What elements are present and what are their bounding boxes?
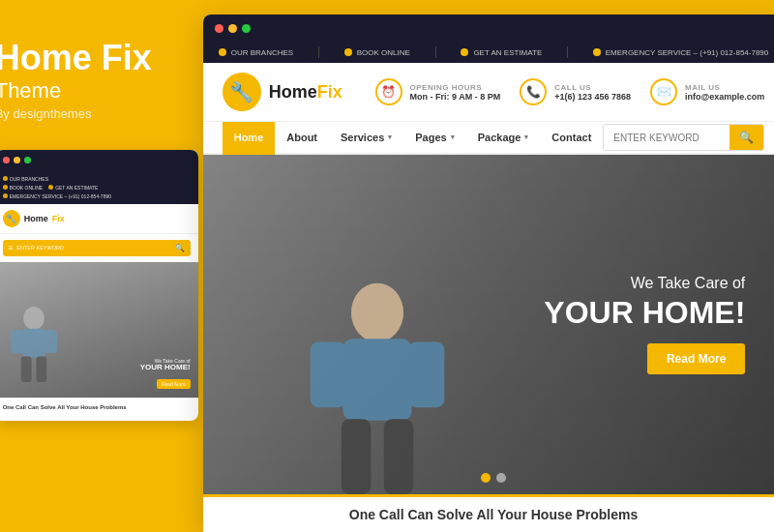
svg-point-6 [351,283,403,342]
hero-big-text: YOUR HOME! [544,296,745,330]
chevron-services: ▾ [388,133,392,141]
nav-contact[interactable]: Contact [540,122,603,155]
topbar-book: BOOK ONLINE [344,48,410,57]
site-hero: We Take Care of YOUR HOME! Read More [203,155,774,494]
logo-home: Home [269,82,317,102]
hero-read-more-button[interactable]: Read More [647,343,745,374]
mini-logo: 🔧 HomeFix [3,210,65,227]
phone-icon: 📞 [520,78,547,105]
hours-value: Mon - Fri: 9 AM - 8 PM [410,92,501,102]
topbar-separator-3 [567,46,568,58]
search-input[interactable] [604,127,729,149]
mini-topbar-book: BOOK ONLINE [3,185,43,191]
header-info-phone: 📞 CALL US +1(6) 123 456 7868 [520,78,631,105]
svg-rect-11 [383,419,412,494]
brand-by: By designthemes [0,106,179,121]
svg-rect-1 [22,329,45,358]
mini-search-bar[interactable]: ≡ ENTER KEYWORD 🔍 [3,240,191,256]
mini-logo-icon: 🔧 [3,210,20,227]
hero-person-svg [281,281,474,494]
mini-person-svg [5,291,63,398]
brand-title: Home Fix Theme [0,39,179,103]
mini-hero: We Take Care of YOUR HOME! Read More [0,262,198,398]
mini-topbar-item: OUR BRANCHES [3,176,48,182]
hours-label: OPENING HOURS [410,83,501,92]
mini-browser-bar [0,150,198,171]
mini-bottom-text: One Call Can Solve All Your House Proble… [0,398,198,416]
topbar-location-icon [219,48,226,56]
svg-rect-3 [44,330,56,353]
bottom-banner-text: One Call Can Solve All Your House Proble… [223,507,765,522]
mini-browser-preview: OUR BRANCHES BOOK ONLINE GET AN ESTIMATE… [0,150,198,421]
phone-label: CALL US [554,83,631,92]
mini-header: 🔧 HomeFix [0,204,198,234]
nav-about[interactable]: About [275,122,329,155]
mini-book-icon [3,185,8,190]
header-info: ⏰ OPENING HOURS Mon - Fri: 9 AM - 8 PM 📞… [375,78,765,105]
svg-rect-4 [20,356,31,381]
browser-dot-red [215,24,223,33]
mail-label: MAIL US [685,83,764,92]
chevron-pages: ▾ [451,133,455,141]
nav-services[interactable]: Services ▾ [329,122,403,155]
slider-dots [481,473,506,483]
topbar-emergency-icon [593,48,601,56]
slider-dot-1[interactable] [481,473,491,483]
dot-yellow [14,157,20,163]
mini-topbar-emergency: EMERGENCY SERVICE – (+91) 012-854-7890 [3,193,111,199]
topbar-separator-1 [318,46,319,58]
mini-location-icon [3,176,8,181]
logo-icon: 🔧 [223,73,261,111]
mini-search-submit[interactable]: 🔍 [175,244,185,252]
mini-estimate-icon [48,185,53,190]
mini-topbar-estimate: GET AN ESTIMATE [48,185,98,191]
mail-icon: ✉️ [650,78,677,105]
nav-home[interactable]: Home [223,122,276,155]
topbar-separator-2 [435,46,436,58]
brand-subtitle: Theme [0,79,179,103]
browser-dot-yellow [228,24,237,33]
left-panel: Home Fix Theme By designthemes OUR BRANC… [0,0,203,532]
slider-dot-2[interactable] [496,473,506,483]
mini-menu-icon: ≡ [9,244,14,252]
hero-small-text: We Take Care of [544,275,745,292]
browser-title-bar [203,15,774,42]
topbar-book-icon [344,48,352,56]
svg-rect-5 [36,356,46,381]
mini-topbar: OUR BRANCHES BOOK ONLINE GET AN ESTIMATE… [0,171,198,204]
topbar-estimate-icon [461,48,468,56]
nav-pages[interactable]: Pages ▾ [403,122,465,155]
browser-mockup: OUR BRANCHES BOOK ONLINE GET AN ESTIMATE… [203,15,774,532]
dot-green [24,157,31,163]
search-button[interactable]: 🔍 [729,125,763,150]
header-info-mail: ✉️ MAIL US info@example.com [650,78,764,105]
mini-emergency-icon [3,193,8,198]
hero-text-block: We Take Care of YOUR HOME! Read More [544,275,745,374]
svg-point-0 [23,307,45,330]
topbar-estimate: GET AN ESTIMATE [461,48,542,57]
nav-search[interactable]: 🔍 [603,124,764,151]
site-topbar: OUR BRANCHES BOOK ONLINE GET AN ESTIMATE… [203,42,774,63]
svg-rect-10 [341,419,370,494]
dot-red [3,157,10,163]
browser-dot-green [242,24,251,33]
phone-value: +1(6) 123 456 7868 [554,92,631,102]
clock-icon: ⏰ [375,78,402,105]
mail-value: info@example.com [685,92,764,102]
svg-rect-8 [310,342,345,408]
site-logo: 🔧 HomeFix [223,73,342,111]
svg-rect-7 [342,339,411,421]
svg-rect-9 [408,342,444,408]
nav-items: Home About Services ▾ Pages ▾ Package ▾ [223,122,604,153]
site-header: 🔧 HomeFix ⏰ OPENING HOURS Mon - Fri: 9 A… [203,63,774,122]
header-info-hours: ⏰ OPENING HOURS Mon - Fri: 9 AM - 8 PM [375,78,501,105]
topbar-emergency: EMERGENCY SERVICE – (+91) 012-854-7890 [593,48,768,57]
svg-rect-2 [11,330,23,353]
mini-search-placeholder: ENTER KEYWORD [16,245,170,251]
topbar-branches: OUR BRANCHES [219,48,293,57]
mini-hero-btn[interactable]: Read More [157,379,191,389]
site-bottom-banner: One Call Can Solve All Your House Proble… [203,494,774,532]
nav-package[interactable]: Package ▾ [466,122,541,155]
site-nav: Home About Services ▾ Pages ▾ Package ▾ [203,122,774,155]
right-panel: OUR BRANCHES BOOK ONLINE GET AN ESTIMATE… [203,0,774,532]
